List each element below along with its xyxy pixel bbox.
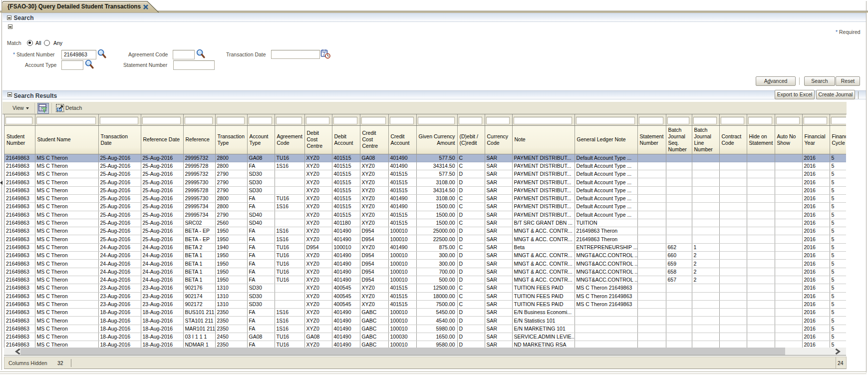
svg-text:{FSAO-30} Query Detailed Stude: {FSAO-30} Query Detailed Student Transac… bbox=[7, 2, 141, 10]
